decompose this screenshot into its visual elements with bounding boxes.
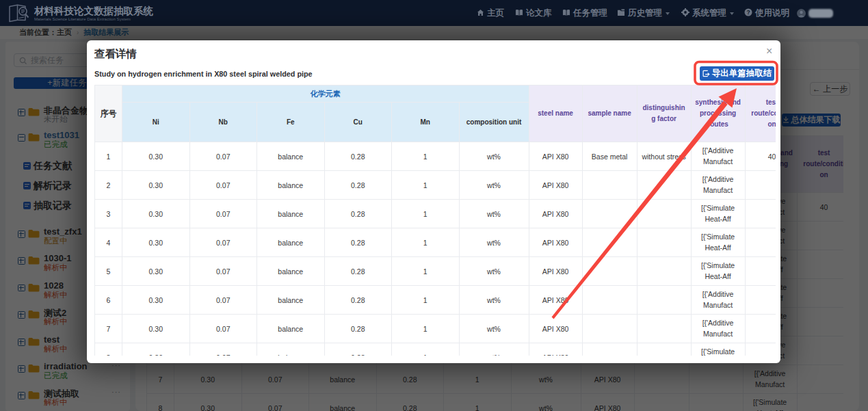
svg-text:?: ? bbox=[746, 9, 750, 16]
